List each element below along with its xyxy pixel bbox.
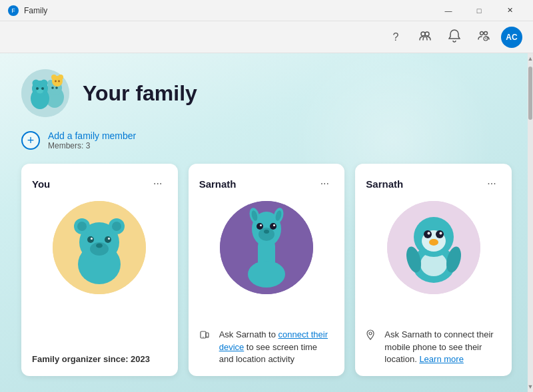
scroll-up-button[interactable]: ▲ xyxy=(528,53,533,64)
bell-icon xyxy=(448,29,460,45)
member-card-sarnath-1: Sarnath ··· xyxy=(189,164,345,376)
ellipsis-icon: ··· xyxy=(153,178,162,190)
cards-container: You ··· xyxy=(0,164,533,392)
card-menu-sarnath-1[interactable]: ··· xyxy=(315,174,334,193)
card-name-sarnath-2: Sarnath xyxy=(366,178,403,190)
header-section: Your family xyxy=(0,53,533,128)
svg-point-62 xyxy=(424,230,432,238)
svg-point-48 xyxy=(257,223,263,230)
scrollbar: ▲ ▼ xyxy=(528,53,533,392)
family-settings-icon xyxy=(477,29,490,45)
svg-point-56 xyxy=(207,337,207,337)
svg-point-25 xyxy=(58,81,60,83)
svg-point-63 xyxy=(436,230,444,238)
svg-text:F: F xyxy=(11,7,15,14)
svg-point-20 xyxy=(55,87,58,89)
card-menu-you[interactable]: ··· xyxy=(149,174,167,193)
card-name-sarnath-1: Sarnath xyxy=(199,178,237,190)
main-content: Your family + Add a family member Member… xyxy=(0,53,533,392)
card-avatar-you xyxy=(53,201,146,294)
svg-point-23 xyxy=(58,75,63,80)
svg-point-14 xyxy=(33,80,40,87)
learn-more-link[interactable]: Learn more xyxy=(419,354,463,364)
family-icon xyxy=(21,69,69,117)
svg-point-3 xyxy=(425,32,429,36)
llama-avatar-svg xyxy=(220,201,313,294)
window-controls: — □ ✕ xyxy=(433,0,525,21)
svg-point-37 xyxy=(91,238,93,240)
svg-point-2 xyxy=(421,32,425,36)
add-member-icon: + xyxy=(21,131,40,150)
member-card-sarnath-2: Sarnath ··· xyxy=(355,164,512,376)
svg-point-4 xyxy=(480,31,484,35)
add-member-label[interactable]: Add a family member xyxy=(48,130,136,141)
card-header-sarnath-1: Sarnath ··· xyxy=(199,174,334,193)
device-icon xyxy=(199,329,210,344)
svg-point-35 xyxy=(87,236,94,243)
svg-point-65 xyxy=(439,232,442,235)
svg-point-34 xyxy=(96,244,103,248)
title-bar: F Family — □ ✕ xyxy=(0,0,533,21)
card-name-you: You xyxy=(32,178,50,190)
svg-point-19 xyxy=(51,87,54,89)
svg-point-36 xyxy=(105,236,111,243)
ellipsis-icon-3: ··· xyxy=(487,178,496,190)
card-avatar-sarnath-1 xyxy=(220,201,313,294)
connect-device-link[interactable]: connect their device xyxy=(219,329,328,351)
svg-point-17 xyxy=(36,87,39,90)
svg-point-64 xyxy=(427,232,430,235)
family-bears-svg xyxy=(21,69,69,117)
card-footer-you: Family organizer since: 2023 xyxy=(32,353,167,365)
card-header-sarnath-2: Sarnath ··· xyxy=(366,174,501,193)
scrollbar-thumb[interactable] xyxy=(528,67,532,120)
help-icon: ? xyxy=(393,31,399,43)
family-settings-button[interactable] xyxy=(472,25,496,49)
svg-point-49 xyxy=(270,223,276,230)
member-count: Members: 3 xyxy=(48,141,136,150)
help-button[interactable]: ? xyxy=(384,25,408,49)
card-header-you: You ··· xyxy=(32,174,167,193)
scroll-down-button[interactable]: ▼ xyxy=(528,381,533,392)
location-icon xyxy=(366,329,375,344)
minimize-button[interactable]: — xyxy=(433,0,464,21)
add-member-row[interactable]: + Add a family member Members: 3 xyxy=(0,128,533,164)
page-title: Your family xyxy=(83,81,197,106)
ellipsis-icon-2: ··· xyxy=(320,178,329,190)
svg-point-18 xyxy=(41,87,44,90)
sarnath-1-footer-text: Ask Sarnath to connect their device to s… xyxy=(219,329,334,365)
svg-point-22 xyxy=(51,75,57,80)
svg-point-51 xyxy=(273,224,275,226)
svg-point-5 xyxy=(484,31,488,35)
svg-point-38 xyxy=(108,238,110,240)
card-footer-sarnath-2: Ask Sarnath to connect their mobile phon… xyxy=(366,329,501,365)
people-button[interactable] xyxy=(413,25,437,49)
card-footer-sarnath-1: Ask Sarnath to connect their device to s… xyxy=(199,329,334,365)
user-avatar-button[interactable]: AC xyxy=(501,27,522,48)
svg-point-69 xyxy=(369,332,372,335)
title-bar-left: F Family xyxy=(8,5,47,16)
notifications-button[interactable] xyxy=(442,25,466,49)
penguin-avatar-svg xyxy=(387,201,480,294)
app-icon: F xyxy=(8,5,19,16)
member-card-you: You ··· xyxy=(21,164,178,376)
svg-point-15 xyxy=(41,80,48,87)
card-avatar-sarnath-2 xyxy=(387,201,480,294)
bear-avatar-svg xyxy=(53,201,146,294)
card-menu-sarnath-2[interactable]: ··· xyxy=(482,174,501,193)
organizer-text: Family organizer since: 2023 xyxy=(32,354,150,364)
svg-point-32 xyxy=(112,222,121,231)
toolbar: ? AC xyxy=(0,21,533,53)
svg-point-50 xyxy=(260,224,262,226)
add-member-text: Add a family member Members: 3 xyxy=(48,130,136,150)
svg-point-66 xyxy=(429,239,438,246)
svg-point-55 xyxy=(203,337,203,337)
svg-point-52 xyxy=(248,261,285,288)
svg-point-47 xyxy=(264,230,269,234)
svg-point-24 xyxy=(55,81,57,83)
sarnath-2-footer-text: Ask Sarnath to connect their mobile phon… xyxy=(384,329,501,365)
close-button[interactable]: ✕ xyxy=(494,0,525,21)
svg-point-31 xyxy=(77,222,87,231)
maximize-button[interactable]: □ xyxy=(464,0,494,21)
app-title: Family xyxy=(24,6,47,15)
people-icon xyxy=(418,29,432,45)
